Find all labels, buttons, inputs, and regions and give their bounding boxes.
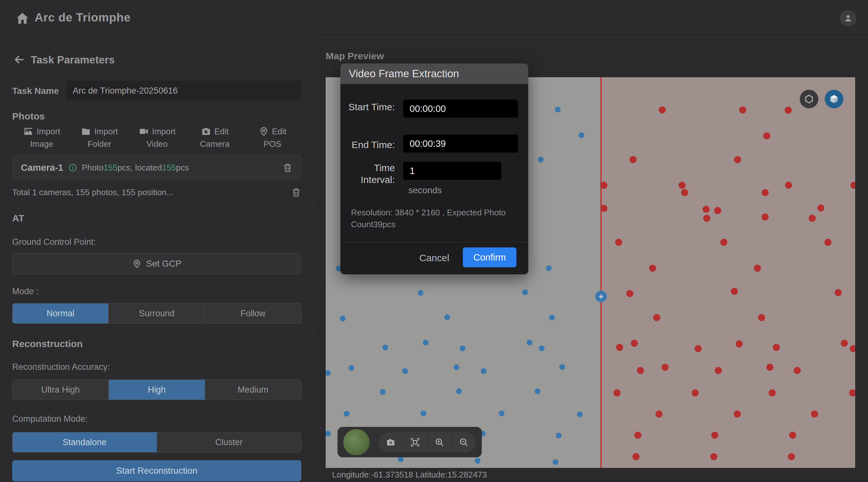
import-video-label2: Video xyxy=(147,139,168,149)
photo-point-blue xyxy=(460,346,465,351)
camera-name: Camera-1 xyxy=(21,162,63,173)
home-icon[interactable] xyxy=(15,11,30,26)
photo-point-red xyxy=(694,345,702,352)
segment-option-cluster[interactable]: Cluster xyxy=(157,432,301,452)
at-heading: AT xyxy=(12,213,24,224)
photo-point-red xyxy=(734,411,741,418)
set-gcp-button[interactable]: Set GCP xyxy=(12,253,301,274)
mode-segmented-control: NormalSurroundFollow xyxy=(12,303,301,324)
computation-segmented-control: StandaloneCluster xyxy=(12,432,301,452)
interval-unit-label: seconds xyxy=(408,185,442,195)
task-name-input[interactable] xyxy=(65,80,301,101)
segment-option-follow[interactable]: Follow xyxy=(205,303,301,323)
photo-point-red xyxy=(653,314,660,321)
photo-point-red xyxy=(762,189,769,196)
path-plus-marker[interactable]: + xyxy=(595,291,607,302)
camera-icon xyxy=(201,126,211,136)
cancel-button[interactable]: Cancel xyxy=(417,249,452,267)
import-folder-label1: Import xyxy=(94,127,118,136)
edit-camera-label1: Edit xyxy=(214,127,229,136)
segment-option-ultra-high[interactable]: Ultra High xyxy=(12,380,108,399)
photo-point-red xyxy=(715,367,722,374)
photo-point-red xyxy=(794,367,801,374)
dialog-header[interactable]: Video Frame Extraction xyxy=(340,63,528,84)
edit-camera-button[interactable]: Edit Camera xyxy=(186,126,244,155)
segment-option-medium[interactable]: Medium xyxy=(205,380,301,399)
photo-point-red xyxy=(714,207,721,214)
photo-point-red xyxy=(629,156,637,163)
photo-point-red xyxy=(739,106,746,114)
delete-camera-icon[interactable] xyxy=(282,162,292,173)
photo-point-red xyxy=(785,107,792,114)
start-time-input[interactable] xyxy=(403,100,518,118)
map-pin-icon xyxy=(259,126,269,136)
red-coverage-zone xyxy=(600,77,855,468)
end-time-input[interactable] xyxy=(403,135,518,153)
end-time-label: End Time: xyxy=(346,139,395,151)
segment-option-high[interactable]: High xyxy=(108,380,205,399)
segment-option-standalone[interactable]: Standalone xyxy=(12,432,157,452)
cube-3d-button[interactable] xyxy=(825,90,843,108)
back-arrow-icon[interactable] xyxy=(13,53,26,66)
segment-option-normal[interactable]: Normal xyxy=(12,303,108,323)
photo-point-red xyxy=(692,389,699,396)
satellite-thumbnail[interactable] xyxy=(343,429,370,455)
photo-point-blue xyxy=(382,345,388,350)
photo-point-red xyxy=(614,389,621,396)
photo-point-red xyxy=(763,132,770,139)
map-tool-group xyxy=(378,432,476,452)
snapshot-camera-button[interactable] xyxy=(378,432,403,452)
photo-point-red xyxy=(785,182,792,189)
camera-located-count: 155 xyxy=(162,163,176,173)
photo-point-blue xyxy=(481,368,487,374)
photo-point-blue xyxy=(553,459,558,465)
time-interval-input[interactable] xyxy=(403,162,501,180)
import-image-button[interactable]: Import Image xyxy=(13,126,70,155)
zoom-in-button[interactable] xyxy=(428,432,452,452)
page-title: Arc de Triomphe xyxy=(35,11,130,24)
photo-point-red xyxy=(811,411,818,418)
photo-point-red xyxy=(711,432,718,439)
user-avatar[interactable] xyxy=(840,10,857,27)
photo-point-red xyxy=(766,364,773,371)
photo-point-blue xyxy=(559,364,565,370)
edit-camera-label2: Camera xyxy=(200,139,229,149)
fit-view-button[interactable] xyxy=(403,432,427,452)
top-header-bar: Arc de Triomphe xyxy=(0,0,868,37)
photo-point-red xyxy=(634,432,641,439)
photo-point-blue xyxy=(577,412,583,417)
delete-all-icon[interactable] xyxy=(291,187,301,197)
task-name-label: Task Name xyxy=(12,86,59,96)
camera-list-item[interactable]: Camera-1 Photo 155 pcs, located 155 pcs xyxy=(12,155,301,180)
hexagon-view-button[interactable] xyxy=(800,90,818,108)
flight-path-line xyxy=(600,77,602,468)
confirm-button[interactable]: Confirm xyxy=(463,248,516,267)
app-root: Arc de Triomphe Task Parameters Task Nam… xyxy=(0,0,868,482)
photo-point-blue xyxy=(421,411,426,416)
import-video-button[interactable]: Import Video xyxy=(128,126,186,155)
accuracy-segmented-control: Ultra HighHighMedium xyxy=(12,380,301,400)
segment-option-surround[interactable]: Surround xyxy=(108,303,205,323)
image-icon xyxy=(23,126,33,136)
photo-point-red xyxy=(661,364,669,371)
import-folder-button[interactable]: Import Folder xyxy=(70,126,128,155)
photo-point-red xyxy=(655,411,662,418)
camera-mid-label: pcs, located xyxy=(118,163,162,173)
edit-pos-button[interactable]: Edit POS xyxy=(244,126,301,155)
totals-row: Total 1 cameras, 155 photos, 155 positio… xyxy=(12,187,301,197)
photo-point-red xyxy=(769,389,776,396)
photo-point-red xyxy=(835,289,842,296)
camera-photo-count: 155 xyxy=(103,163,117,173)
start-reconstruction-button[interactable]: Start Reconstruction xyxy=(12,460,301,481)
gcp-label: Ground Control Point: xyxy=(12,237,96,247)
photo-point-red xyxy=(841,340,848,347)
photo-point-blue xyxy=(380,389,385,395)
resolution-summary-text: Resolution: 3840 * 2160 , Expected Photo… xyxy=(351,207,527,230)
photo-point-blue xyxy=(475,458,480,464)
photo-point-red xyxy=(679,182,686,189)
edit-pos-label2: POS xyxy=(264,139,281,149)
zoom-out-button[interactable] xyxy=(452,432,476,452)
photo-point-red xyxy=(703,206,710,213)
photo-point-red xyxy=(626,290,633,297)
photo-point-red xyxy=(809,215,816,222)
